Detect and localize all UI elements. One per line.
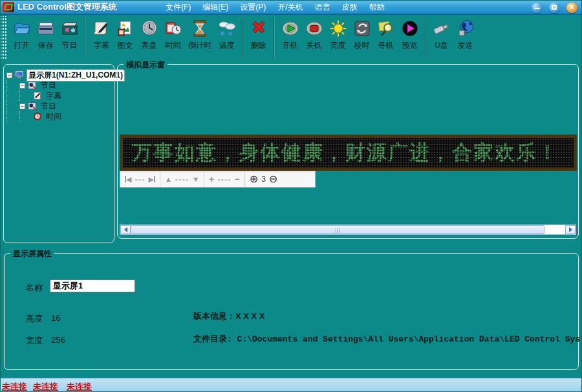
zoom-out-icon[interactable]: ⊖ <box>269 174 277 184</box>
led-display: 万事如意，身体健康，财源广进，合家欢乐！ <box>120 135 577 171</box>
name-input[interactable] <box>50 279 135 292</box>
first-page-button[interactable]: ◀ <box>125 176 131 183</box>
app-logo-icon <box>3 2 14 12</box>
time-button[interactable]: 时间 <box>161 17 185 51</box>
tree-row-subtitle[interactable]: 字幕 <box>6 91 113 101</box>
collapse-icon[interactable]: − <box>6 72 12 78</box>
collapse-icon[interactable]: − <box>19 103 25 109</box>
menu-bar: 文件(F) 编辑(E) 设置(P) 开/关机 语言 皮肤 帮助 <box>166 1 385 14</box>
save-button[interactable]: 保存 <box>34 17 58 51</box>
window-title: LED Control图文管理系统 <box>17 1 117 13</box>
dial-icon <box>140 19 159 38</box>
graphic-text-button[interactable]: 图文 <box>113 17 137 51</box>
connection-status-2: 未连接 <box>33 381 58 392</box>
temperature-icon <box>217 19 237 38</box>
app-window: LED Control图文管理系统 文件(F) 编辑(E) 设置(P) 开/关机… <box>0 0 582 392</box>
last-page-button[interactable]: ▶ <box>148 176 155 183</box>
plus-button[interactable]: + <box>209 175 214 184</box>
time-node-icon <box>32 112 43 121</box>
menu-settings[interactable]: 设置(P) <box>240 2 266 13</box>
toolbar-separator <box>242 17 243 58</box>
menu-file[interactable]: 文件(F) <box>166 2 191 13</box>
send-icon <box>456 19 475 38</box>
minus-button[interactable]: − <box>235 175 240 184</box>
menu-skin[interactable]: 皮肤 <box>342 2 358 13</box>
dial-button[interactable]: 表盘 <box>137 17 161 51</box>
tree-row-screen[interactable]: − 显示屏1(N1:ZH_U1,COM1) <box>6 70 113 80</box>
connection-status-1: 未连接 <box>2 381 27 392</box>
power-off-button[interactable]: 关机 <box>302 17 326 51</box>
led-text: 万事如意，身体健康，财源广进，合家欢乐！ <box>132 139 577 166</box>
menu-power[interactable]: 开/关机 <box>277 2 303 13</box>
status-bar: 未连接 未连接 未连接 <box>1 378 582 392</box>
plusminus-value: ---- <box>217 175 231 184</box>
title-bar: LED Control图文管理系统 文件(F) 编辑(E) 设置(P) 开/关机… <box>1 1 582 15</box>
collapse-icon[interactable]: − <box>19 83 25 89</box>
zoom-in-icon[interactable]: ⊕ <box>250 174 258 184</box>
maximize-button[interactable] <box>549 3 560 13</box>
find-device-button[interactable]: 寻机 <box>374 17 398 51</box>
subtitle-node-icon <box>32 91 43 100</box>
toolbar: 打开 保存 节目 字幕 <box>1 16 582 59</box>
countdown-icon <box>190 19 210 38</box>
screen-properties-panel: 显示屏属性 名称 高度 16 宽度 256 版本信息：X X X X 文件目录:… <box>4 253 579 370</box>
menu-language[interactable]: 语言 <box>315 2 330 13</box>
program-node-icon <box>27 81 38 90</box>
width-value: 256 <box>51 335 65 345</box>
temperature-button[interactable]: 温度 <box>215 17 239 51</box>
minimize-button[interactable] <box>532 3 543 13</box>
save-icon <box>36 19 56 38</box>
horizontal-scrollbar[interactable] <box>120 224 576 235</box>
screen-tree-panel: − 显示屏1(N1:ZH_U1,COM1) − 节目 <box>3 64 114 243</box>
updown-section: ▲ ---- ▼ <box>160 171 204 187</box>
up-button[interactable]: ▲ <box>165 176 172 183</box>
height-value: 16 <box>51 313 60 323</box>
tree-label-program[interactable]: 节目 <box>39 80 58 91</box>
toolbar-group-file: 打开 保存 节目 <box>8 16 83 59</box>
power-on-icon <box>281 19 300 38</box>
width-label: 宽度 <box>26 335 43 347</box>
menu-help[interactable]: 帮助 <box>369 2 385 13</box>
toolbar-separator <box>274 17 275 58</box>
toolbar-grip[interactable] <box>1 16 6 59</box>
usb-button[interactable]: U盘 <box>429 17 453 51</box>
program-button[interactable]: 节目 <box>58 17 81 51</box>
tree-label-program[interactable]: 节目 <box>39 101 58 112</box>
tree-row-program2[interactable]: − 节目 <box>6 101 113 111</box>
open-icon <box>12 19 32 38</box>
find-device-icon <box>376 19 396 38</box>
tree-label-subtitle[interactable]: 字幕 <box>45 91 63 102</box>
screen-tree: − 显示屏1(N1:ZH_U1,COM1) − 节目 <box>4 65 114 122</box>
preview-icon <box>400 19 420 38</box>
close-button[interactable]: × <box>566 3 577 13</box>
open-button[interactable]: 打开 <box>10 17 34 51</box>
name-label: 名称 <box>26 282 43 294</box>
tree-row-time[interactable]: 时间 <box>6 111 113 122</box>
preview-button[interactable]: 预览 <box>398 17 422 51</box>
zoom-section: ⊕ 3 ⊖ <box>244 171 283 187</box>
tree-row-program1[interactable]: − 节目 <box>6 80 113 91</box>
scroll-left-icon[interactable] <box>120 225 131 234</box>
power-on-button[interactable]: 开机 <box>278 17 302 51</box>
countdown-button[interactable]: 倒计时 <box>185 17 215 51</box>
version-info: 版本信息：X X X X <box>193 310 265 322</box>
delete-button[interactable]: 删除 <box>246 17 270 51</box>
send-button[interactable]: 发送 <box>453 17 477 51</box>
toolbar-group-transfer: U盘 发送 <box>427 16 479 59</box>
scroll-right-icon[interactable] <box>565 225 576 234</box>
program-node-icon <box>27 102 38 111</box>
power-off-icon <box>305 19 324 38</box>
scrollbar-thumb[interactable] <box>131 225 544 234</box>
tree-label-time[interactable]: 时间 <box>45 111 63 122</box>
down-button[interactable]: ▼ <box>192 176 199 183</box>
menu-edit[interactable]: 编辑(E) <box>202 2 228 13</box>
page-value: --- <box>135 175 145 184</box>
time-sync-button[interactable]: 校时 <box>350 17 374 51</box>
subtitle-button[interactable]: 字幕 <box>89 17 113 51</box>
delete-icon <box>249 19 268 38</box>
playback-control-bar: ◀ --- ▶ ▲ ---- ▼ + ---- − ⊕ 3 ⊖ <box>120 171 316 188</box>
brightness-button[interactable]: 亮度 <box>326 17 350 51</box>
maximize-icon <box>552 5 557 10</box>
usb-icon <box>432 19 451 38</box>
subtitle-icon <box>92 19 111 38</box>
